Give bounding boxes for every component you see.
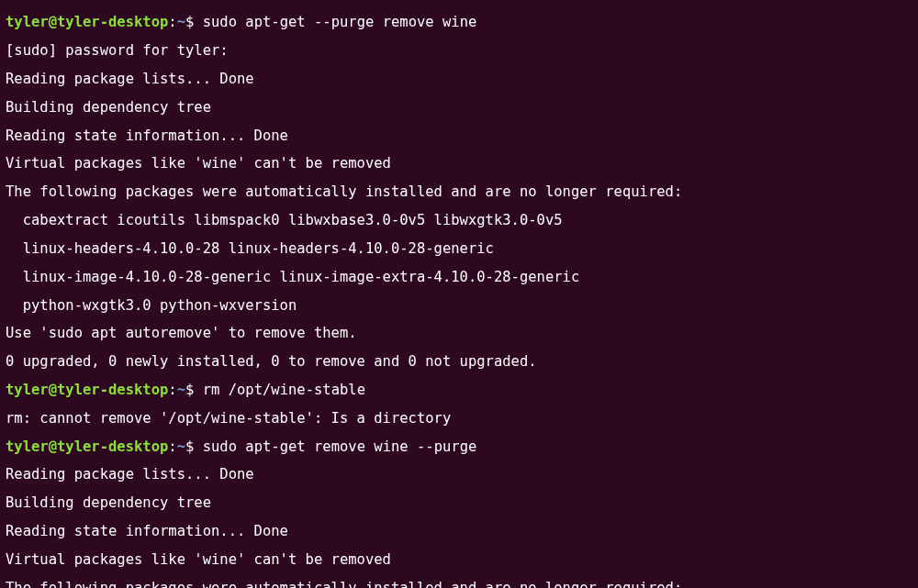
terminal-window[interactable]: tyler@tyler-desktop:~$ sudo apt-get --pu… xyxy=(6,2,912,588)
output-line: Building dependency tree xyxy=(6,496,912,510)
command-text: sudo apt-get --purge remove wine xyxy=(194,14,476,30)
output-line: Virtual packages like 'wine' can't be re… xyxy=(6,157,912,171)
prompt-colon: : xyxy=(168,438,176,455)
output-line: Reading state information... Done xyxy=(6,129,912,143)
prompt-path: ~ xyxy=(177,14,185,30)
command-text: rm /opt/wine-stable xyxy=(194,382,365,398)
output-line: cabextract icoutils libmspack0 libwxbase… xyxy=(6,214,912,227)
prompt-user: tyler@tyler-desktop xyxy=(6,382,168,398)
output-line: Reading state information... Done xyxy=(6,525,912,538)
output-line: The following packages were automaticall… xyxy=(6,185,912,199)
prompt-dollar: $ xyxy=(185,438,194,455)
output-line: python-wxgtk3.0 python-wxversion xyxy=(6,299,912,313)
prompt-dollar: $ xyxy=(185,382,194,398)
output-line: Reading package lists... Done xyxy=(6,468,912,482)
prompt-user: tyler@tyler-desktop xyxy=(6,438,168,455)
output-line: Use 'sudo apt autoremove' to remove them… xyxy=(6,327,912,340)
output-line: linux-headers-4.10.0-28 linux-headers-4.… xyxy=(6,242,912,256)
prompt-dollar: $ xyxy=(185,14,194,30)
output-line: linux-image-4.10.0-28-generic linux-imag… xyxy=(6,271,912,284)
prompt-path: ~ xyxy=(177,438,185,455)
command-text: sudo apt-get remove wine --purge xyxy=(194,438,476,455)
prompt-colon: : xyxy=(168,14,176,30)
output-line: Reading package lists... Done xyxy=(6,72,912,86)
prompt-line: tyler@tyler-desktop:~$ sudo apt-get remo… xyxy=(6,440,912,454)
output-line: Virtual packages like 'wine' can't be re… xyxy=(6,553,912,567)
prompt-colon: : xyxy=(168,382,176,398)
output-line: rm: cannot remove '/opt/wine-stable': Is… xyxy=(6,412,912,426)
prompt-path: ~ xyxy=(177,382,185,398)
output-line: 0 upgraded, 0 newly installed, 0 to remo… xyxy=(6,355,912,369)
prompt-line: tyler@tyler-desktop:~$ sudo apt-get --pu… xyxy=(6,16,912,29)
output-line: The following packages were automaticall… xyxy=(6,582,912,588)
output-line: [sudo] password for tyler: xyxy=(6,44,912,58)
prompt-user: tyler@tyler-desktop xyxy=(6,14,168,30)
output-line: Building dependency tree xyxy=(6,101,912,115)
prompt-line: tyler@tyler-desktop:~$ rm /opt/wine-stab… xyxy=(6,383,912,397)
